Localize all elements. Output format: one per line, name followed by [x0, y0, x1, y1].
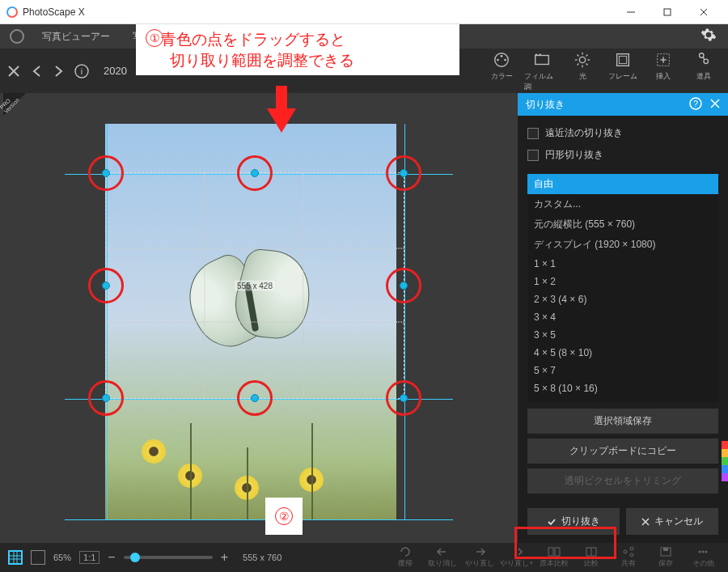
trim-transparent-button[interactable]: 透明ピクセルをトリミング — [527, 468, 718, 494]
crop-handle-tl[interactable] — [102, 169, 110, 177]
crop-dimensions-label: 555 x 428 — [235, 281, 275, 291]
zoom-value: 65% — [53, 553, 71, 562]
annotation-arrow-icon — [265, 86, 298, 138]
nav-prev-icon[interactable] — [29, 64, 44, 78]
crop-handle-ml[interactable] — [102, 282, 110, 290]
window-controls — [612, 0, 722, 24]
x-icon — [641, 518, 650, 526]
svg-point-48 — [630, 553, 633, 557]
crop-panel-header: 切り抜き ? — [518, 93, 728, 116]
aspect-ratio-option[interactable]: カスタム... — [527, 194, 718, 214]
background-toggle-icon[interactable] — [31, 550, 45, 565]
crop-handle-bc[interactable] — [251, 394, 259, 402]
app-logo-icon — [6, 6, 18, 18]
crop-cancel-button[interactable]: キャンセル — [626, 508, 718, 535]
window-minimize-button[interactable] — [612, 0, 649, 24]
crop-panel-title: 切り抜き — [526, 98, 565, 112]
tool-insert[interactable]: 挿入 — [645, 50, 681, 92]
copy-clipboard-button[interactable]: クリップボードにコピー — [527, 439, 718, 464]
revert-button[interactable]: 復帰 — [388, 546, 422, 569]
svg-rect-14 — [539, 53, 541, 55]
perspective-crop-checkbox[interactable] — [527, 128, 539, 139]
zoom-fit-button[interactable]: 1:1 — [79, 551, 99, 564]
svg-rect-50 — [663, 548, 668, 551]
redo-plus-button[interactable]: やり直し+ — [500, 546, 534, 569]
compare-button[interactable]: 比較 — [574, 546, 608, 569]
save-selection-button[interactable]: 選択領域保存 — [527, 409, 718, 434]
svg-line-21 — [586, 63, 588, 65]
zoom-out-button[interactable]: − — [108, 550, 115, 565]
crop-handle-tc[interactable] — [251, 169, 259, 177]
svg-point-53 — [705, 551, 708, 553]
zoom-slider[interactable] — [124, 556, 213, 559]
svg-line-31 — [703, 57, 705, 60]
aspect-ratio-option[interactable]: 元の縦横比 (555 × 760) — [527, 214, 718, 235]
window-maximize-button[interactable] — [649, 0, 685, 24]
aspect-ratio-option[interactable]: 3 × 5 — [527, 326, 718, 344]
svg-line-22 — [586, 54, 588, 56]
svg-point-47 — [630, 547, 633, 550]
crop-handle-tr[interactable] — [400, 169, 408, 177]
grid-toggle-icon[interactable] — [8, 550, 23, 565]
window-close-button[interactable] — [685, 0, 722, 24]
circle-crop-checkbox-row[interactable]: 円形切り抜き — [527, 144, 718, 166]
window-titlebar: PhotoScape X — [0, 0, 728, 24]
aspect-ratio-option[interactable]: 1 × 2 — [527, 273, 718, 290]
tool-color[interactable]: カラー — [484, 50, 519, 92]
svg-rect-12 — [535, 55, 549, 64]
svg-point-10 — [504, 58, 506, 61]
panel-close-icon[interactable] — [710, 99, 720, 111]
tool-tools[interactable]: 道具 — [686, 50, 722, 92]
tool-light[interactable]: 光 — [565, 50, 600, 92]
check-icon — [547, 517, 557, 527]
crop-handle-bl[interactable] — [102, 394, 110, 402]
undo-button[interactable]: 取り消し — [425, 546, 459, 569]
filename-label: 2020 — [104, 65, 127, 77]
circle-crop-label: 円形切り抜き — [545, 148, 603, 162]
share-button[interactable]: 共有 — [612, 546, 645, 569]
tool-film[interactable]: フィルム調 — [524, 50, 560, 92]
home-icon[interactable] — [10, 29, 24, 44]
tool-frame[interactable]: フレーム — [605, 50, 641, 92]
crop-confirm-button[interactable]: 切り抜き — [527, 508, 620, 535]
aspect-ratio-option[interactable]: 1 × 1 — [527, 255, 718, 273]
perspective-crop-checkbox-row[interactable]: 遠近法の切り抜き — [527, 122, 718, 144]
help-icon[interactable]: ? — [689, 97, 702, 112]
canvas-area[interactable]: PROVersion — [0, 93, 518, 543]
close-file-icon[interactable] — [6, 64, 21, 78]
annotation-2-number: ② — [275, 507, 293, 525]
svg-rect-1 — [664, 9, 671, 15]
aspect-ratio-option[interactable]: 3 × 4 — [527, 308, 718, 326]
status-bar: 65% 1:1 − + 555 x 760 復帰 取り消し やり直し やり直し+… — [0, 543, 728, 572]
aspect-ratio-option[interactable]: 2 × 3 (4 × 6) — [527, 290, 718, 308]
settings-gear-icon[interactable] — [700, 27, 717, 46]
svg-line-20 — [578, 54, 579, 56]
tab-photo-viewer[interactable]: 写真ビューアー — [31, 24, 121, 49]
app-title: PhotoScape X — [23, 6, 85, 18]
svg-point-52 — [702, 551, 705, 553]
info-icon[interactable]: i — [74, 64, 89, 78]
aspect-ratio-option[interactable]: 5 × 8 (10 × 16) — [527, 379, 718, 397]
nav-next-icon[interactable] — [52, 64, 66, 78]
more-button[interactable]: その他 — [686, 546, 720, 569]
annotation-1-callout: 青色の点をドラッグすると 切り取り範囲を調整できる — [136, 24, 459, 75]
redo-button[interactable]: やり直し — [463, 546, 497, 569]
svg-text:i: i — [81, 66, 83, 76]
aspect-ratio-option[interactable]: 自由 — [527, 174, 718, 194]
aspect-ratio-option[interactable]: ディスプレイ (1920 × 1080) — [527, 235, 718, 255]
svg-point-15 — [579, 57, 585, 62]
crop-panel: 切り抜き ? 遠近法の切り抜き 円形切り抜き 自由カスタム...元の縦横比 (5… — [518, 93, 728, 543]
aspect-ratio-option[interactable]: 5 × 7 — [527, 362, 718, 379]
save-button[interactable]: 保存 — [649, 546, 683, 569]
compare-original-button[interactable]: 原本比較 — [537, 546, 571, 569]
crop-selection[interactable]: 555 x 428 — [105, 172, 404, 399]
circle-crop-checkbox[interactable] — [527, 150, 539, 161]
svg-point-51 — [699, 551, 701, 553]
crop-handle-mr[interactable] — [400, 282, 408, 290]
color-picker-tabs[interactable] — [722, 441, 728, 481]
svg-rect-42 — [548, 548, 553, 556]
zoom-in-button[interactable]: + — [221, 550, 228, 565]
aspect-ratio-option[interactable]: 4 × 5 (8 × 10) — [527, 344, 718, 362]
svg-line-23 — [578, 63, 579, 65]
crop-handle-br[interactable] — [400, 394, 408, 402]
